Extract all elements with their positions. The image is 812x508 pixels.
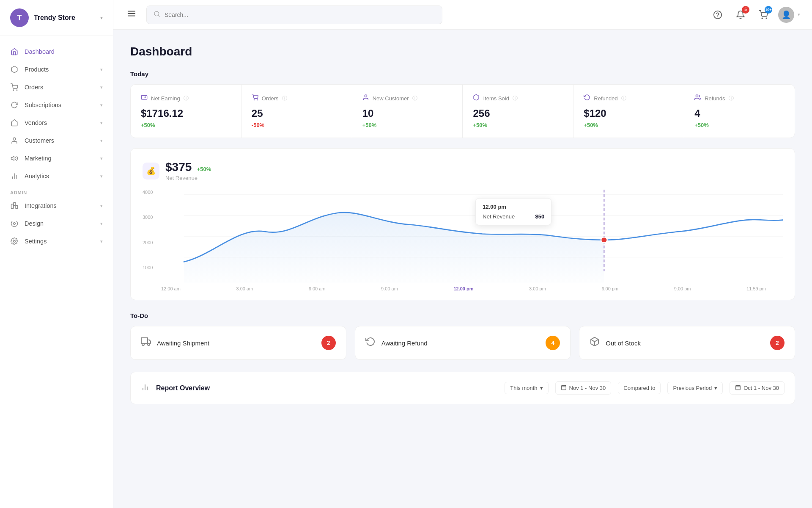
svg-point-22 <box>254 99 254 100</box>
svg-point-35 <box>148 343 150 345</box>
user-menu-button[interactable]: 👤 ▾ <box>778 7 800 23</box>
sidebar-item-integrations[interactable]: Integrations ▾ <box>0 197 113 215</box>
report-title: Report Overview <box>156 384 210 392</box>
y-label: 1000 <box>143 265 159 270</box>
chevron-down-icon: ▾ <box>100 85 103 90</box>
menu-icon[interactable] <box>125 7 138 22</box>
sidebar-item-settings[interactable]: Settings ▾ <box>0 232 113 250</box>
revenue-chart-card: 💰 $375 +50% Net Revenue 4000 3000 2000 1… <box>130 148 795 300</box>
link-icon <box>10 202 19 210</box>
sidebar-navigation: Dashboard Products ▾ Orders ▾ Subscripti… <box>0 36 113 508</box>
info-icon: ⓘ <box>184 95 189 102</box>
svg-marker-3 <box>11 156 14 161</box>
x-label: 6.00 pm <box>601 286 618 291</box>
sidebar-item-label: Orders <box>25 84 43 91</box>
svg-marker-33 <box>148 340 151 343</box>
prev-date-range-label: Oct 1 - Nov 30 <box>743 385 779 391</box>
stat-label: Refunded <box>594 95 617 102</box>
info-icon: ⓘ <box>729 95 734 102</box>
search-icon <box>154 11 160 19</box>
search-input[interactable] <box>165 11 435 18</box>
sidebar-item-analytics[interactable]: Analytics ▾ <box>0 167 113 185</box>
help-button[interactable] <box>710 7 726 23</box>
info-icon: ⓘ <box>282 95 287 102</box>
report-overview-card: Report Overview This month ▾ Nov 1 - Nov… <box>130 372 795 404</box>
stat-header: Refunded ⓘ <box>584 94 674 102</box>
brand-avatar: T <box>10 8 29 27</box>
page-content: Dashboard Today Net Earning ⓘ $1716.12 +… <box>113 30 812 508</box>
svg-point-20 <box>766 18 767 19</box>
brand-chevron-icon: ▾ <box>100 15 103 21</box>
x-label: 9.00 pm <box>674 286 691 291</box>
chevron-down-icon: ▾ <box>100 138 103 144</box>
todo-awaiting-shipment[interactable]: Awaiting Shipment 2 <box>130 326 346 360</box>
home-icon <box>10 47 19 56</box>
sidebar-item-dashboard[interactable]: Dashboard <box>0 43 113 61</box>
todo-out-of-stock[interactable]: Out of Stock 2 <box>579 326 795 360</box>
this-month-dropdown[interactable]: This month ▾ <box>505 382 548 394</box>
page-title: Dashboard <box>130 45 795 58</box>
y-label: 3000 <box>143 215 159 220</box>
bar-chart-report-icon <box>141 383 149 393</box>
period-prev-label: Previous Period <box>673 385 712 391</box>
todo-awaiting-refund[interactable]: Awaiting Refund 4 <box>355 326 571 360</box>
topbar: 5 10+ 👤 ▾ <box>113 0 812 30</box>
stat-header: Refunds ⓘ <box>694 94 785 102</box>
notifications-button[interactable]: 5 <box>732 7 749 23</box>
chart-header: 💰 $375 +50% Net Revenue <box>143 160 783 181</box>
sidebar-item-label: Design <box>25 220 44 227</box>
stats-grid: Net Earning ⓘ $1716.12 +50% Orders ⓘ 25 … <box>130 84 795 138</box>
stat-refunds: Refunds ⓘ 4 +50% <box>684 85 795 138</box>
cart-badge: 10+ <box>765 6 772 14</box>
stat-header: Items Sold ⓘ <box>473 94 563 102</box>
report-header: Report Overview This month ▾ Nov 1 - Nov… <box>141 381 785 395</box>
sidebar-item-marketing[interactable]: Marketing ▾ <box>0 149 113 167</box>
brand-button[interactable]: T Trendy Store ▾ <box>0 0 113 36</box>
sidebar-item-products[interactable]: Products ▾ <box>0 61 113 78</box>
svg-rect-44 <box>736 385 741 390</box>
chevron-down-icon: ▾ <box>540 385 543 391</box>
refresh-icon <box>10 101 19 109</box>
chart-info: $375 +50% Net Revenue <box>165 160 211 181</box>
sidebar-item-subscriptions[interactable]: Subscriptions ▾ <box>0 96 113 114</box>
sidebar-item-label: Vendors <box>25 119 47 126</box>
refund-icon <box>584 94 590 102</box>
stat-label: New Customer <box>373 95 409 102</box>
box-icon <box>10 65 19 74</box>
todo-left: Awaiting Shipment <box>141 337 209 349</box>
svg-point-25 <box>696 95 698 97</box>
prev-date-range[interactable]: Oct 1 - Nov 30 <box>730 381 785 395</box>
date-range-picker[interactable]: Nov 1 - Nov 30 <box>555 381 612 395</box>
sidebar-item-design[interactable]: Design ▾ <box>0 215 113 232</box>
todo-left: Out of Stock <box>590 337 641 349</box>
stat-header: New Customer ⓘ <box>362 94 453 102</box>
user-chevron-icon: ▾ <box>798 12 800 17</box>
today-section-label: Today <box>130 70 795 77</box>
todo-section-label: To-Do <box>130 312 795 319</box>
svg-point-23 <box>257 99 257 100</box>
sidebar-item-customers[interactable]: Customers ▾ <box>0 132 113 149</box>
svg-point-1 <box>16 90 17 91</box>
stat-refunded: Refunded ⓘ $120 +50% <box>573 85 684 138</box>
y-axis-labels: 4000 3000 2000 1000 <box>143 190 159 270</box>
sidebar-item-orders[interactable]: Orders ▾ <box>0 78 113 96</box>
cart-icon <box>10 83 19 91</box>
svg-point-31 <box>601 237 607 243</box>
stat-net-earning: Net Earning ⓘ $1716.12 +50% <box>131 85 241 138</box>
admin-section-label: Admin <box>0 185 113 197</box>
previous-period-dropdown[interactable]: Previous Period ▾ <box>667 382 723 394</box>
cart-button[interactable]: 10+ <box>755 7 771 23</box>
chevron-down-icon: ▾ <box>100 102 103 108</box>
svg-rect-40 <box>561 385 566 390</box>
info-icon: ⓘ <box>412 95 417 102</box>
x-axis-labels: 12.00 am 3.00 am 6.00 am 9.00 am 12.00 p… <box>143 286 783 291</box>
chevron-down-icon: ▾ <box>100 239 103 244</box>
todo-label: Awaiting Shipment <box>157 340 209 347</box>
revenue-line-chart <box>143 190 783 283</box>
todo-section: To-Do Awaiting Shipment 2 <box>130 312 795 360</box>
user-avatar: 👤 <box>778 7 794 23</box>
stat-header: Net Earning ⓘ <box>141 94 231 102</box>
user-stat-icon <box>362 94 369 102</box>
sidebar-item-vendors[interactable]: Vendors ▾ <box>0 114 113 132</box>
tooltip-label: Net Revenue <box>483 213 515 220</box>
